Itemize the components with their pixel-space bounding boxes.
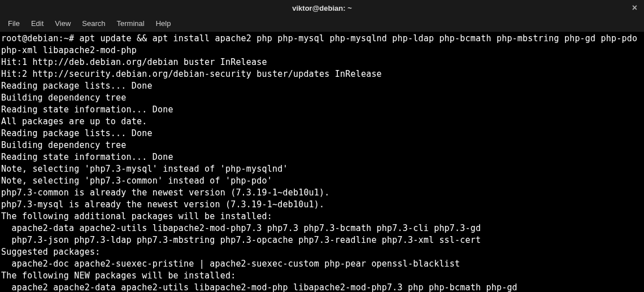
window-titlebar: viktor@debian: ~ × xyxy=(0,0,644,16)
close-icon[interactable]: × xyxy=(630,2,639,14)
terminal-prompt: root@debian:~# xyxy=(1,33,79,43)
menu-search[interactable]: Search xyxy=(76,17,111,30)
terminal-output-text: Hit:1 http://deb.debian.org/debian buste… xyxy=(1,57,517,292)
menu-view[interactable]: View xyxy=(49,17,76,30)
terminal-output[interactable]: root@debian:~# apt update && apt install… xyxy=(0,32,644,292)
menu-help[interactable]: Help xyxy=(150,17,177,30)
menu-terminal[interactable]: Terminal xyxy=(111,17,150,30)
terminal-command: apt update && apt install apache2 php ph… xyxy=(1,33,642,55)
menubar: File Edit View Search Terminal Help xyxy=(0,16,644,32)
menu-edit[interactable]: Edit xyxy=(25,17,49,30)
window-title: viktor@debian: ~ xyxy=(292,4,352,12)
menu-file[interactable]: File xyxy=(2,17,25,30)
